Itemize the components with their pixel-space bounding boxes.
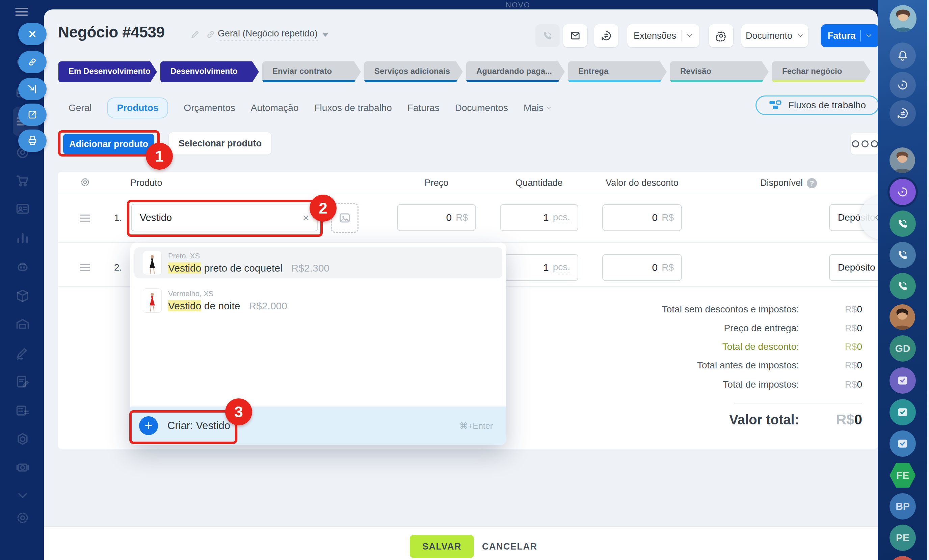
sidebar-warehouse-icon[interactable] (15, 317, 30, 332)
sidebar-products-icon[interactable] (15, 288, 30, 303)
tab-documentos[interactable]: Documentos (455, 103, 508, 113)
sidebar-chevron-down-icon[interactable] (15, 488, 30, 503)
link-icon (27, 57, 38, 67)
tab-geral[interactable]: Geral (69, 103, 92, 113)
sidebar-cart-icon[interactable] (15, 173, 30, 188)
conversations-button[interactable] (889, 100, 916, 127)
tab-orcamentos[interactable]: Orçamentos (184, 103, 235, 113)
qty-input-row1[interactable]: 1 pcs. (500, 204, 578, 231)
sidebar-signature-icon[interactable] (15, 346, 30, 361)
call-contact-button[interactable] (889, 273, 916, 299)
annotation-box-2 (127, 200, 323, 237)
print-button[interactable] (18, 130, 47, 152)
chevron-down-icon (546, 105, 552, 111)
tab-mais[interactable]: Mais (524, 103, 552, 113)
edit-title-icon[interactable] (190, 29, 201, 40)
chat-sync-button[interactable] (594, 24, 618, 47)
open-external-button[interactable] (18, 104, 47, 126)
extensions-button[interactable]: Extensões (627, 24, 699, 47)
stage-em-desenvolvimento[interactable]: Em Desenvolvimento (58, 61, 157, 82)
discount-input-row1[interactable]: 0 R$ (602, 204, 682, 231)
user-badge-pe[interactable]: PE (889, 525, 916, 551)
close-panel-button[interactable] (18, 23, 47, 45)
email-button[interactable] (563, 24, 587, 47)
drag-handle[interactable] (80, 262, 90, 273)
amount: 0 (857, 360, 862, 370)
settings-button[interactable] (709, 24, 733, 47)
link-deal-icon[interactable] (205, 29, 216, 40)
call-button[interactable] (535, 24, 560, 47)
workflows-button[interactable]: Fluxos de trabalho (756, 95, 879, 115)
sidebar-hexagon-icon[interactable] (15, 432, 30, 447)
user-badge-bottom[interactable] (889, 556, 916, 560)
more-dots-icon (852, 140, 878, 147)
total-value: R$0 (803, 379, 862, 390)
task-app-button[interactable] (889, 399, 916, 425)
sidebar-contacts-icon[interactable] (15, 201, 30, 216)
copilot-button[interactable] (889, 72, 916, 98)
user-badge-gd[interactable]: GD (889, 335, 916, 362)
copy-link-button[interactable] (18, 51, 47, 73)
chevron-down-icon (322, 33, 328, 37)
col-quantidade: Quantidade (500, 178, 578, 188)
menu-hamburger-icon[interactable] (15, 6, 28, 18)
tab-produtos[interactable]: Produtos (107, 98, 168, 118)
call-contact-button[interactable] (889, 242, 916, 268)
save-button[interactable]: SALVAR (410, 535, 474, 558)
call-contact-button[interactable] (889, 211, 916, 237)
sidebar-planner-icon[interactable] (15, 403, 30, 418)
badge-initials: BP (895, 500, 910, 512)
stage-enviar-contrato[interactable]: Enviar contrato (262, 61, 361, 82)
sidebar-settings-icon[interactable] (15, 510, 30, 525)
cancel-button[interactable]: CANCELAR (482, 535, 537, 558)
sidebar-document-edit-icon[interactable] (15, 375, 30, 389)
user-badge-bp[interactable]: BP (889, 493, 916, 520)
avatar[interactable] (889, 147, 915, 173)
stage-revisao[interactable]: Revisão (670, 61, 769, 82)
inbox-check-icon (896, 374, 909, 387)
invoice-button[interactable]: Fatura (821, 24, 879, 47)
task-app-button[interactable] (889, 367, 916, 394)
total-value: R$0 (803, 360, 862, 371)
stage-servicos-adicionais[interactable]: Serviços adicionais (364, 61, 463, 82)
qty-unit[interactable]: pcs. (553, 262, 570, 273)
tab-fluxos[interactable]: Fluxos de trabalho (314, 103, 392, 113)
help-icon[interactable]: ? (807, 178, 817, 188)
stage-fechar-negocio[interactable]: Fechar negócio (772, 61, 871, 82)
drag-handle[interactable] (80, 213, 90, 224)
stage-desenvolvimento[interactable]: Desenvolvimento (160, 61, 259, 82)
document-button[interactable]: Documento (741, 24, 808, 47)
tab-automacao[interactable]: Automação (251, 103, 299, 113)
user-badge-fe[interactable]: FE (889, 462, 916, 488)
discount-input-row2[interactable]: 0 R$ (602, 254, 682, 281)
sidebar-bot-icon[interactable] (15, 259, 30, 274)
import-button[interactable] (18, 78, 47, 100)
notifications-button[interactable] (889, 43, 916, 69)
sidebar-stats-icon[interactable] (15, 230, 30, 245)
qty-input-row2[interactable]: 1 pcs. (500, 254, 578, 281)
dropdown-item-2[interactable]: Vermelho, XS Vestido de noiteR$2.000 (134, 285, 502, 316)
annotation-box-1 (58, 130, 160, 156)
sidebar-camera-icon[interactable] (15, 460, 30, 475)
tab-faturas[interactable]: Faturas (408, 103, 440, 113)
price-input-row1[interactable]: 0 R$ (397, 204, 476, 231)
stage-entrega[interactable]: Entrega (568, 61, 667, 82)
task-app-button[interactable] (889, 430, 916, 457)
select-product-button[interactable]: Selecionar produto (169, 132, 271, 155)
avatar[interactable] (889, 5, 917, 32)
dropdown-item-1[interactable]: Preto, XS Vestido preto de coquetelR$2.3… (134, 247, 502, 278)
image-icon (339, 212, 351, 224)
copilot-active-button[interactable] (889, 179, 916, 205)
qty-unit[interactable]: pcs. (553, 212, 570, 223)
pipeline-selector[interactable]: Geral (Negócio repetido) (218, 28, 328, 41)
horizontal-scroll-hint[interactable] (860, 196, 878, 240)
close-icon (28, 29, 37, 39)
stage-aguardando-pagamento[interactable]: Aguardando paga... (466, 61, 565, 82)
warehouse-select-row2[interactable]: Depósito (829, 254, 878, 281)
more-options-button[interactable] (851, 133, 879, 155)
chevron-down-icon (866, 32, 872, 39)
scrollbar-track[interactable] (927, 0, 929, 560)
avatar[interactable] (889, 304, 915, 330)
table-settings-icon[interactable] (80, 177, 90, 188)
item-price: R$2.300 (291, 262, 330, 274)
